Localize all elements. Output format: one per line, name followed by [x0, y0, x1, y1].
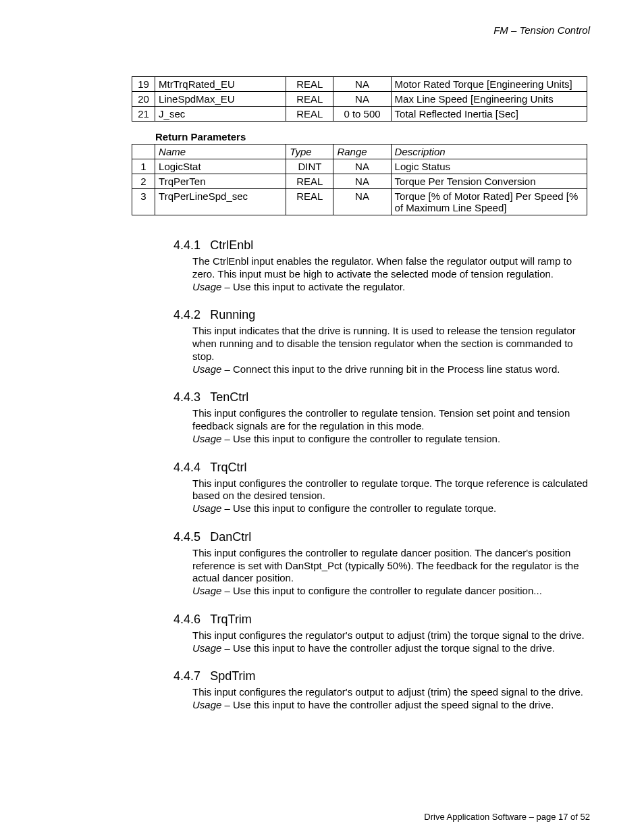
- usage-label: Usage: [192, 502, 221, 514]
- cell-range: NA: [333, 189, 391, 215]
- subsection-number: 4.4.4: [173, 461, 200, 475]
- body-text: This input configures the controller to …: [192, 477, 588, 502]
- body-text: This input indicates that the drive is r…: [192, 325, 576, 362]
- subsection-title: Running: [210, 308, 255, 322]
- body-text: This input configures the regulator's ou…: [192, 629, 585, 641]
- table-row: 2TrqPerTenREALNATorque Per Tension Conve…: [132, 174, 587, 189]
- cell-name: TrqPerTen: [155, 174, 286, 189]
- subsection-number: 4.4.7: [173, 669, 200, 683]
- cell-desc: Torque [% of Motor Rated] Per Speed [% o…: [391, 189, 587, 215]
- usage-label: Usage: [192, 363, 221, 375]
- cell-name: LineSpdMax_EU: [155, 92, 286, 107]
- subsection-body: This input configures the controller to …: [192, 407, 590, 445]
- return-params-label: Return Parameters: [155, 131, 590, 142]
- subsection-title: CtrlEnbl: [210, 238, 253, 253]
- subsection-body: This input configures the controller to …: [192, 477, 590, 515]
- cell-num: 19: [132, 77, 155, 92]
- cell-type: REAL: [286, 189, 333, 215]
- page-footer: Drive Application Software – page 17 of …: [424, 812, 590, 822]
- subsection-ctrlenbl: 4.4.1 CtrlEnbl The CtrlEnbl input enable…: [173, 238, 590, 293]
- usage-label: Usage: [192, 281, 221, 292]
- cell-range: 0 to 500: [333, 107, 391, 122]
- subsection-body: This input configures the regulator's ou…: [192, 686, 590, 712]
- cell-desc: Max Line Speed [Engineering Units: [391, 92, 587, 107]
- cell-num: 20: [132, 92, 155, 107]
- cell-name: Name: [155, 145, 286, 159]
- subsection-body: This input configures the regulator's ou…: [192, 629, 590, 655]
- usage-text: – Connect this input to the drive runnin…: [221, 363, 560, 375]
- usage-text: – Use this input to activate the regulat…: [221, 281, 405, 292]
- cell-range: NA: [333, 159, 391, 174]
- subsection-body: This input configures the controller to …: [192, 547, 590, 598]
- subsection-trqtrim: 4.4.6 TrqTrim This input configures the …: [173, 613, 590, 655]
- table-header-row: NameTypeRangeDescription: [132, 145, 587, 159]
- usage-text: – Use this input to configure the contro…: [221, 502, 496, 514]
- table-row: 21J_secREAL0 to 500Total Reflected Inert…: [132, 107, 587, 122]
- subsection-number: 4.4.6: [173, 613, 200, 627]
- subsection-tenctrl: 4.4.3 TenCtrl This input configures the …: [173, 390, 590, 445]
- usage-text: – Use this input to configure the contro…: [221, 585, 541, 596]
- cell-type: REAL: [286, 77, 333, 92]
- cell-name: J_sec: [155, 107, 286, 122]
- cell-num: 3: [132, 189, 155, 215]
- subsection-body: The CtrlEnbl input enables the regulator…: [192, 255, 590, 293]
- cell-num: 2: [132, 174, 155, 189]
- usage-label: Usage: [192, 585, 221, 596]
- subsection-title: DanCtrl: [210, 530, 251, 544]
- cell-num: 21: [132, 107, 155, 122]
- body-text: This input configures the controller to …: [192, 407, 570, 432]
- body-text: This input configures the controller to …: [192, 547, 579, 584]
- cell-desc: Total Reflected Inertia [Sec]: [391, 107, 587, 122]
- subsection-trqctrl: 4.4.4 TrqCtrl This input configures the …: [173, 461, 590, 515]
- cell-type: DINT: [286, 159, 333, 174]
- subsection-number: 4.4.2: [173, 308, 200, 322]
- cell-range: NA: [333, 92, 391, 107]
- usage-text: – Use this input to have the controller …: [221, 642, 555, 654]
- subsection-title: TrqCtrl: [210, 461, 246, 475]
- cell-num: 1: [132, 159, 155, 174]
- cell-name: TrqPerLineSpd_sec: [155, 189, 286, 215]
- cell-range: NA: [333, 77, 391, 92]
- subsection-running: 4.4.2 Running This input indicates that …: [173, 308, 590, 375]
- subsection-number: 4.4.3: [173, 390, 200, 405]
- table-row: 1LogicStatDINTNALogic Status: [132, 159, 587, 174]
- cell-name: LogicStat: [155, 159, 286, 174]
- subsection-danctrl: 4.4.5 DanCtrl This input configures the …: [173, 530, 590, 598]
- usage-text: – Use this input to have the controller …: [221, 699, 554, 710]
- cell-name: MtrTrqRated_EU: [155, 77, 286, 92]
- subsection-body: This input indicates that the drive is r…: [192, 325, 590, 375]
- usage-label: Usage: [192, 699, 221, 710]
- cell-type: REAL: [286, 174, 333, 189]
- subsection-number: 4.4.1: [173, 238, 200, 253]
- cell-type: Type: [286, 145, 333, 159]
- table-row: 20LineSpdMax_EUREALNAMax Line Speed [Eng…: [132, 92, 587, 107]
- cell-type: REAL: [286, 92, 333, 107]
- main-content: 19MtrTrqRated_EUREALNAMotor Rated Torque…: [132, 76, 590, 712]
- body-text: The CtrlEnbl input enables the regulator…: [192, 255, 572, 280]
- subsection-spdtrim: 4.4.7 SpdTrim This input configures the …: [173, 669, 590, 712]
- body-text: This input configures the regulator's ou…: [192, 686, 583, 698]
- cell-type: REAL: [286, 107, 333, 122]
- return-params-table: NameTypeRangeDescription 1LogicStatDINTN…: [132, 144, 587, 215]
- subsection-title: TenCtrl: [210, 390, 248, 405]
- subsection-title: TrqTrim: [210, 613, 252, 627]
- subsection-title: SpdTrim: [210, 669, 255, 683]
- cell-desc: Torque Per Tension Conversion: [391, 174, 587, 189]
- table-row: 3TrqPerLineSpd_secREALNATorque [% of Mot…: [132, 189, 587, 215]
- usage-label: Usage: [192, 433, 221, 444]
- page-header-title: FM – Tension Control: [54, 24, 590, 36]
- cell-range: Range: [333, 145, 391, 159]
- usage-label: Usage: [192, 642, 221, 654]
- subsection-number: 4.4.5: [173, 530, 200, 544]
- cell-desc: Motor Rated Torque [Engineering Units]: [391, 77, 587, 92]
- usage-text: – Use this input to configure the contro…: [221, 433, 500, 444]
- table-row: 19MtrTrqRated_EUREALNAMotor Rated Torque…: [132, 77, 587, 92]
- input-params-table: 19MtrTrqRated_EUREALNAMotor Rated Torque…: [132, 76, 587, 122]
- cell-num: [132, 145, 155, 159]
- cell-desc: Logic Status: [391, 159, 587, 174]
- cell-desc: Description: [391, 145, 587, 159]
- cell-range: NA: [333, 174, 391, 189]
